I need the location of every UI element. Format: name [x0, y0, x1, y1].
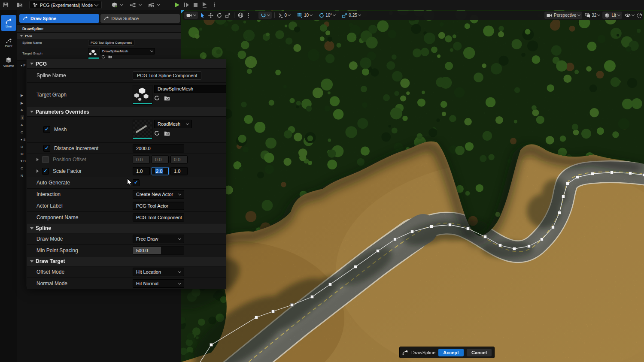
spline-point[interactable]: [394, 238, 397, 241]
spline-point[interactable]: [255, 316, 258, 319]
camera-speed-control[interactable]: [637, 12, 643, 18]
position-offset-x-input[interactable]: 0.0: [133, 155, 150, 163]
section-parameters-overrides[interactable]: Parameters Overrides: [27, 107, 226, 117]
spline-point[interactable]: [272, 310, 275, 313]
play-icon[interactable]: [174, 2, 180, 8]
browse-asset-icon[interactable]: [164, 96, 170, 101]
save-icon[interactable]: [2, 2, 9, 9]
offset-mode-dropdown[interactable]: Hit Location: [133, 268, 184, 276]
spline-point[interactable]: [566, 182, 569, 185]
move-tool-icon[interactable]: [207, 13, 215, 18]
world-coordinate-icon[interactable]: [236, 12, 245, 18]
editor-mode-dropdown[interactable]: PCG (Experimental) Mode: [29, 1, 102, 9]
spline-point[interactable]: [467, 227, 470, 230]
chevron-down-icon[interactable]: [120, 3, 123, 6]
graph-thumbnail[interactable]: [133, 85, 152, 105]
viewport-options-dropdown[interactable]: [184, 12, 198, 19]
mesh-dropdown[interactable]: RoadMesh: [154, 120, 192, 128]
chevron-down-icon[interactable]: [157, 3, 160, 6]
mesh-thumbnail[interactable]: [133, 120, 152, 139]
cancel-button[interactable]: Cancel: [467, 349, 492, 356]
add-actor-icon[interactable]: [110, 2, 118, 9]
content-browser-icon[interactable]: [15, 2, 23, 9]
tab-draw-spline[interactable]: Draw Spline: [19, 14, 99, 23]
frame-advance-icon[interactable]: [184, 2, 189, 8]
kebab-menu-icon[interactable]: [214, 3, 215, 8]
scale-snap-control[interactable]: 0.25: [340, 13, 362, 18]
sidebar-item-volume[interactable]: Volume: [1, 54, 16, 70]
draw-mode-dropdown[interactable]: Free Draw: [133, 235, 184, 243]
spline-point[interactable]: [329, 283, 332, 286]
spline-point[interactable]: [411, 230, 414, 233]
spline-point[interactable]: [576, 176, 579, 179]
spline-point[interactable]: [552, 226, 555, 229]
spline-point[interactable]: [430, 225, 433, 228]
cinematics-icon[interactable]: [147, 2, 155, 9]
spline-point[interactable]: [629, 172, 632, 175]
spline-point[interactable]: [377, 250, 380, 253]
interaction-dropdown[interactable]: Create New Actor: [133, 190, 184, 199]
spline-point[interactable]: [354, 265, 357, 268]
rotation-snap-control[interactable]: 10°: [317, 13, 337, 18]
spline-point[interactable]: [541, 238, 544, 241]
component-name-input[interactable]: PCG Tool Component: [133, 214, 184, 222]
viewport-3d[interactable]: 0 10 10° 0.25 Perspective: [181, 9, 644, 362]
scale-factor-y-input[interactable]: 2.0: [152, 167, 169, 175]
spline-point[interactable]: [513, 247, 516, 250]
position-offset-checkbox[interactable]: [42, 156, 49, 163]
browse-asset-icon[interactable]: [108, 55, 112, 59]
kebab-menu-icon[interactable]: [248, 13, 249, 18]
play-from-here-icon[interactable]: [202, 2, 207, 8]
position-offset-y-input[interactable]: 0.0: [152, 155, 169, 163]
mesh-checkbox[interactable]: ✓: [43, 126, 50, 133]
spline-point[interactable]: [643, 174, 644, 177]
surface-snap-dropdown[interactable]: [258, 12, 272, 19]
camera-mode-dropdown[interactable]: Perspective: [544, 12, 582, 19]
distance-increment-input[interactable]: 2000.0: [133, 144, 184, 152]
spline-point[interactable]: [558, 211, 561, 214]
expand-arrow-icon[interactable]: [36, 158, 39, 161]
actor-label-input[interactable]: PCG Tool Actor: [133, 202, 184, 210]
base-section-pcg[interactable]: PCG: [17, 33, 181, 39]
normal-mode-dropdown[interactable]: Hit Normal: [133, 279, 184, 288]
view-mode-dropdown[interactable]: Lit: [602, 12, 622, 19]
auto-generate-checkbox[interactable]: ✓: [133, 179, 140, 186]
spline-point[interactable]: [311, 296, 314, 299]
scale-tool-icon[interactable]: [224, 13, 232, 18]
spline-point[interactable]: [210, 344, 213, 347]
use-selected-icon[interactable]: [154, 130, 160, 136]
select-tool-icon[interactable]: [199, 13, 207, 18]
stop-icon[interactable]: [193, 3, 198, 7]
target-graph-value[interactable]: DrawSplineMesh: [154, 85, 226, 93]
spline-point[interactable]: [562, 195, 565, 198]
scale-factor-x-input[interactable]: 1.0: [133, 167, 150, 175]
spline-name-value[interactable]: PCG Tool Spline Component: [88, 40, 134, 45]
sidebar-item-paint[interactable]: Paint: [1, 35, 16, 51]
rotate-tool-icon[interactable]: [215, 13, 224, 18]
distance-increment-checkbox[interactable]: ✓: [43, 145, 50, 152]
sidebar-item-line[interactable]: Line: [1, 15, 16, 31]
spline-point[interactable]: [291, 304, 294, 307]
spline-point[interactable]: [591, 172, 594, 175]
scale-factor-z-input[interactable]: 1.0: [170, 167, 188, 175]
spline-point[interactable]: [528, 245, 531, 248]
browse-asset-icon[interactable]: [164, 131, 170, 136]
min-point-spacing-input[interactable]: 500.0: [133, 247, 184, 255]
tab-draw-surface[interactable]: Draw Surface: [100, 14, 180, 23]
graph-thumbnail[interactable]: [88, 48, 99, 59]
target-graph-dropdown[interactable]: DrawSplineMesh: [100, 48, 155, 54]
section-spline[interactable]: Spline: [27, 223, 226, 233]
scale-factor-checkbox[interactable]: ✓: [42, 168, 49, 175]
grid-snap-control[interactable]: 10: [295, 13, 314, 18]
spline-name-value[interactable]: PCG Tool Spline Component: [133, 71, 201, 80]
screen-percentage-control[interactable]: 32: [583, 13, 601, 18]
show-flags-dropdown[interactable]: [623, 13, 636, 18]
use-selected-icon[interactable]: [154, 95, 160, 101]
spline-point[interactable]: [449, 223, 452, 226]
spline-point[interactable]: [484, 235, 487, 238]
chevron-down-icon[interactable]: [139, 3, 142, 6]
spline-point[interactable]: [611, 171, 614, 174]
accept-button[interactable]: Accept: [438, 349, 464, 356]
use-selected-icon[interactable]: [101, 55, 105, 59]
section-pcg[interactable]: PCG: [27, 59, 226, 69]
